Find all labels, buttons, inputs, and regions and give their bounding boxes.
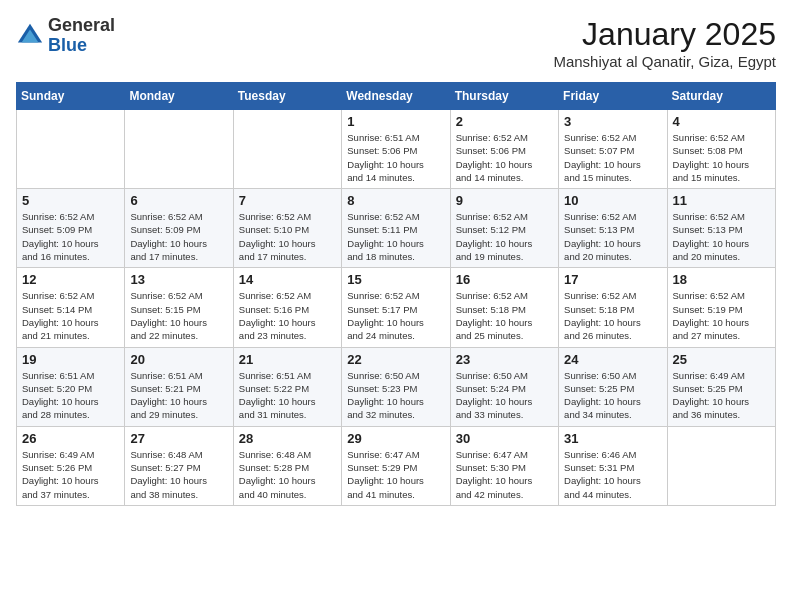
logo: General Blue [16, 16, 115, 56]
day-info: Sunrise: 6:47 AMSunset: 5:30 PMDaylight:… [456, 448, 553, 501]
day-info: Sunrise: 6:52 AMSunset: 5:09 PMDaylight:… [130, 210, 227, 263]
logo-icon [16, 22, 44, 50]
calendar-cell: 29Sunrise: 6:47 AMSunset: 5:29 PMDayligh… [342, 426, 450, 505]
calendar-week-row: 26Sunrise: 6:49 AMSunset: 5:26 PMDayligh… [17, 426, 776, 505]
day-info: Sunrise: 6:51 AMSunset: 5:21 PMDaylight:… [130, 369, 227, 422]
day-number: 25 [673, 352, 770, 367]
calendar-cell: 9Sunrise: 6:52 AMSunset: 5:12 PMDaylight… [450, 189, 558, 268]
calendar-cell: 8Sunrise: 6:52 AMSunset: 5:11 PMDaylight… [342, 189, 450, 268]
calendar-cell: 17Sunrise: 6:52 AMSunset: 5:18 PMDayligh… [559, 268, 667, 347]
day-info: Sunrise: 6:50 AMSunset: 5:23 PMDaylight:… [347, 369, 444, 422]
day-info: Sunrise: 6:52 AMSunset: 5:06 PMDaylight:… [456, 131, 553, 184]
day-number: 31 [564, 431, 661, 446]
day-number: 2 [456, 114, 553, 129]
calendar-cell: 21Sunrise: 6:51 AMSunset: 5:22 PMDayligh… [233, 347, 341, 426]
day-number: 3 [564, 114, 661, 129]
calendar-cell: 27Sunrise: 6:48 AMSunset: 5:27 PMDayligh… [125, 426, 233, 505]
day-info: Sunrise: 6:50 AMSunset: 5:24 PMDaylight:… [456, 369, 553, 422]
day-info: Sunrise: 6:52 AMSunset: 5:08 PMDaylight:… [673, 131, 770, 184]
calendar-cell: 2Sunrise: 6:52 AMSunset: 5:06 PMDaylight… [450, 110, 558, 189]
calendar-week-row: 1Sunrise: 6:51 AMSunset: 5:06 PMDaylight… [17, 110, 776, 189]
calendar-cell: 24Sunrise: 6:50 AMSunset: 5:25 PMDayligh… [559, 347, 667, 426]
weekday-header-row: SundayMondayTuesdayWednesdayThursdayFrid… [17, 83, 776, 110]
logo-blue-text: Blue [48, 35, 87, 55]
day-info: Sunrise: 6:46 AMSunset: 5:31 PMDaylight:… [564, 448, 661, 501]
calendar-cell: 26Sunrise: 6:49 AMSunset: 5:26 PMDayligh… [17, 426, 125, 505]
title-block: January 2025 Manshiyat al Qanatir, Giza,… [553, 16, 776, 70]
weekday-header-saturday: Saturday [667, 83, 775, 110]
weekday-header-wednesday: Wednesday [342, 83, 450, 110]
day-info: Sunrise: 6:50 AMSunset: 5:25 PMDaylight:… [564, 369, 661, 422]
calendar-cell: 22Sunrise: 6:50 AMSunset: 5:23 PMDayligh… [342, 347, 450, 426]
day-number: 20 [130, 352, 227, 367]
day-number: 6 [130, 193, 227, 208]
day-number: 10 [564, 193, 661, 208]
location-subtitle: Manshiyat al Qanatir, Giza, Egypt [553, 53, 776, 70]
calendar-cell: 12Sunrise: 6:52 AMSunset: 5:14 PMDayligh… [17, 268, 125, 347]
calendar-week-row: 19Sunrise: 6:51 AMSunset: 5:20 PMDayligh… [17, 347, 776, 426]
month-title: January 2025 [553, 16, 776, 53]
day-number: 21 [239, 352, 336, 367]
day-info: Sunrise: 6:52 AMSunset: 5:09 PMDaylight:… [22, 210, 119, 263]
calendar-cell: 30Sunrise: 6:47 AMSunset: 5:30 PMDayligh… [450, 426, 558, 505]
day-number: 9 [456, 193, 553, 208]
weekday-header-thursday: Thursday [450, 83, 558, 110]
calendar-cell: 23Sunrise: 6:50 AMSunset: 5:24 PMDayligh… [450, 347, 558, 426]
logo-general-text: General [48, 15, 115, 35]
calendar-table: SundayMondayTuesdayWednesdayThursdayFrid… [16, 82, 776, 506]
calendar-cell: 14Sunrise: 6:52 AMSunset: 5:16 PMDayligh… [233, 268, 341, 347]
day-info: Sunrise: 6:52 AMSunset: 5:11 PMDaylight:… [347, 210, 444, 263]
day-number: 13 [130, 272, 227, 287]
day-number: 8 [347, 193, 444, 208]
day-info: Sunrise: 6:52 AMSunset: 5:13 PMDaylight:… [564, 210, 661, 263]
calendar-cell: 20Sunrise: 6:51 AMSunset: 5:21 PMDayligh… [125, 347, 233, 426]
day-number: 28 [239, 431, 336, 446]
day-number: 27 [130, 431, 227, 446]
day-info: Sunrise: 6:52 AMSunset: 5:18 PMDaylight:… [456, 289, 553, 342]
day-number: 22 [347, 352, 444, 367]
calendar-cell: 5Sunrise: 6:52 AMSunset: 5:09 PMDaylight… [17, 189, 125, 268]
day-number: 18 [673, 272, 770, 287]
calendar-cell: 3Sunrise: 6:52 AMSunset: 5:07 PMDaylight… [559, 110, 667, 189]
calendar-cell [17, 110, 125, 189]
day-number: 26 [22, 431, 119, 446]
day-number: 29 [347, 431, 444, 446]
day-number: 11 [673, 193, 770, 208]
day-info: Sunrise: 6:52 AMSunset: 5:14 PMDaylight:… [22, 289, 119, 342]
weekday-header-tuesday: Tuesday [233, 83, 341, 110]
day-number: 15 [347, 272, 444, 287]
calendar-cell: 19Sunrise: 6:51 AMSunset: 5:20 PMDayligh… [17, 347, 125, 426]
calendar-cell: 11Sunrise: 6:52 AMSunset: 5:13 PMDayligh… [667, 189, 775, 268]
calendar-cell [667, 426, 775, 505]
calendar-cell: 28Sunrise: 6:48 AMSunset: 5:28 PMDayligh… [233, 426, 341, 505]
calendar-week-row: 12Sunrise: 6:52 AMSunset: 5:14 PMDayligh… [17, 268, 776, 347]
calendar-cell: 7Sunrise: 6:52 AMSunset: 5:10 PMDaylight… [233, 189, 341, 268]
weekday-header-monday: Monday [125, 83, 233, 110]
calendar-cell: 13Sunrise: 6:52 AMSunset: 5:15 PMDayligh… [125, 268, 233, 347]
day-info: Sunrise: 6:52 AMSunset: 5:12 PMDaylight:… [456, 210, 553, 263]
day-info: Sunrise: 6:51 AMSunset: 5:06 PMDaylight:… [347, 131, 444, 184]
day-number: 17 [564, 272, 661, 287]
day-info: Sunrise: 6:51 AMSunset: 5:20 PMDaylight:… [22, 369, 119, 422]
day-number: 7 [239, 193, 336, 208]
day-number: 16 [456, 272, 553, 287]
day-info: Sunrise: 6:52 AMSunset: 5:13 PMDaylight:… [673, 210, 770, 263]
day-info: Sunrise: 6:47 AMSunset: 5:29 PMDaylight:… [347, 448, 444, 501]
calendar-cell: 1Sunrise: 6:51 AMSunset: 5:06 PMDaylight… [342, 110, 450, 189]
day-number: 23 [456, 352, 553, 367]
calendar-cell: 16Sunrise: 6:52 AMSunset: 5:18 PMDayligh… [450, 268, 558, 347]
calendar-cell: 18Sunrise: 6:52 AMSunset: 5:19 PMDayligh… [667, 268, 775, 347]
calendar-cell: 10Sunrise: 6:52 AMSunset: 5:13 PMDayligh… [559, 189, 667, 268]
calendar-cell [125, 110, 233, 189]
calendar-week-row: 5Sunrise: 6:52 AMSunset: 5:09 PMDaylight… [17, 189, 776, 268]
day-info: Sunrise: 6:48 AMSunset: 5:28 PMDaylight:… [239, 448, 336, 501]
day-number: 1 [347, 114, 444, 129]
day-info: Sunrise: 6:52 AMSunset: 5:15 PMDaylight:… [130, 289, 227, 342]
day-number: 12 [22, 272, 119, 287]
day-info: Sunrise: 6:52 AMSunset: 5:07 PMDaylight:… [564, 131, 661, 184]
day-number: 14 [239, 272, 336, 287]
day-number: 4 [673, 114, 770, 129]
day-info: Sunrise: 6:49 AMSunset: 5:25 PMDaylight:… [673, 369, 770, 422]
day-info: Sunrise: 6:52 AMSunset: 5:18 PMDaylight:… [564, 289, 661, 342]
page-header: General Blue January 2025 Manshiyat al Q… [16, 16, 776, 70]
